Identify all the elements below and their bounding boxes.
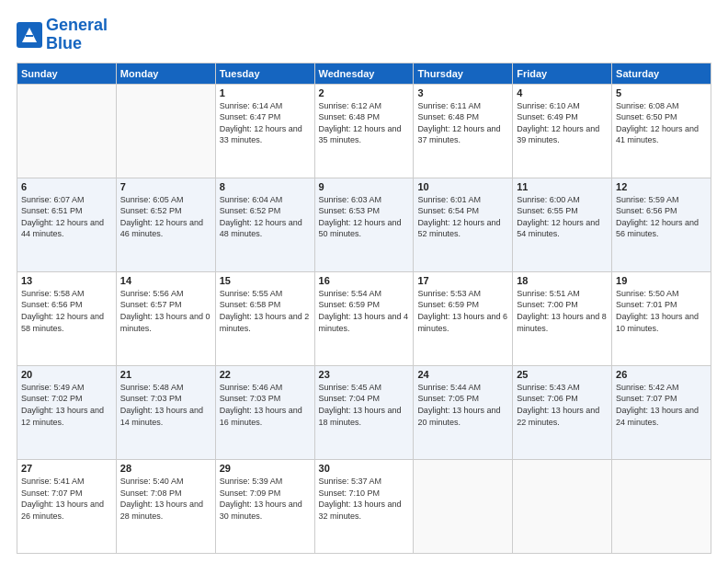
day-cell: 9Sunrise: 6:03 AM Sunset: 6:53 PM Daylig… bbox=[314, 178, 414, 271]
day-number: 5 bbox=[616, 87, 707, 98]
day-number: 7 bbox=[120, 181, 211, 192]
day-number: 30 bbox=[319, 463, 410, 474]
logo-line2: Blue bbox=[46, 35, 108, 53]
col-header-wednesday: Wednesday bbox=[314, 63, 414, 84]
day-number: 3 bbox=[417, 87, 508, 98]
day-cell bbox=[513, 459, 612, 553]
day-info: Sunrise: 5:44 AM Sunset: 7:05 PM Dayligh… bbox=[417, 382, 508, 428]
day-number: 9 bbox=[319, 181, 410, 192]
logo-line1: General bbox=[46, 17, 108, 35]
week-row-1: 1Sunrise: 6:14 AM Sunset: 6:47 PM Daylig… bbox=[17, 84, 711, 178]
day-cell: 11Sunrise: 6:00 AM Sunset: 6:55 PM Dayli… bbox=[513, 178, 612, 271]
day-cell: 27Sunrise: 5:41 AM Sunset: 7:07 PM Dayli… bbox=[17, 459, 117, 553]
day-cell: 1Sunrise: 6:14 AM Sunset: 6:47 PM Daylig… bbox=[215, 84, 314, 178]
day-number: 24 bbox=[417, 369, 508, 380]
day-number: 14 bbox=[120, 275, 211, 286]
header: General Blue bbox=[17, 17, 711, 53]
day-info: Sunrise: 5:39 AM Sunset: 7:09 PM Dayligh… bbox=[220, 476, 311, 522]
day-info: Sunrise: 6:10 AM Sunset: 6:49 PM Dayligh… bbox=[517, 100, 608, 146]
day-info: Sunrise: 6:08 AM Sunset: 6:50 PM Dayligh… bbox=[616, 100, 707, 146]
day-cell: 19Sunrise: 5:50 AM Sunset: 7:01 PM Dayli… bbox=[612, 271, 711, 365]
day-info: Sunrise: 6:11 AM Sunset: 6:48 PM Dayligh… bbox=[417, 100, 508, 146]
col-header-monday: Monday bbox=[116, 63, 215, 84]
svg-rect-2 bbox=[26, 35, 33, 37]
day-number: 16 bbox=[319, 275, 410, 286]
week-row-3: 13Sunrise: 5:58 AM Sunset: 6:56 PM Dayli… bbox=[17, 271, 711, 365]
day-number: 13 bbox=[21, 275, 112, 286]
col-header-tuesday: Tuesday bbox=[215, 63, 314, 84]
day-info: Sunrise: 5:45 AM Sunset: 7:04 PM Dayligh… bbox=[319, 382, 410, 428]
col-header-thursday: Thursday bbox=[414, 63, 513, 84]
day-number: 18 bbox=[517, 275, 608, 286]
col-header-saturday: Saturday bbox=[612, 63, 711, 84]
day-info: Sunrise: 6:03 AM Sunset: 6:53 PM Dayligh… bbox=[319, 194, 410, 240]
day-number: 23 bbox=[319, 369, 410, 380]
day-cell: 2Sunrise: 6:12 AM Sunset: 6:48 PM Daylig… bbox=[314, 84, 414, 178]
day-info: Sunrise: 6:00 AM Sunset: 6:55 PM Dayligh… bbox=[517, 194, 608, 240]
day-number: 12 bbox=[616, 181, 707, 192]
week-row-4: 20Sunrise: 5:49 AM Sunset: 7:02 PM Dayli… bbox=[17, 365, 711, 459]
day-number: 10 bbox=[417, 181, 508, 192]
page: General Blue SundayMondayTuesdayWednesda… bbox=[0, 0, 728, 563]
day-cell: 23Sunrise: 5:45 AM Sunset: 7:04 PM Dayli… bbox=[314, 365, 414, 459]
week-row-5: 27Sunrise: 5:41 AM Sunset: 7:07 PM Dayli… bbox=[17, 459, 711, 553]
day-cell: 25Sunrise: 5:43 AM Sunset: 7:06 PM Dayli… bbox=[513, 365, 612, 459]
day-info: Sunrise: 5:42 AM Sunset: 7:07 PM Dayligh… bbox=[616, 382, 707, 428]
day-info: Sunrise: 6:05 AM Sunset: 6:52 PM Dayligh… bbox=[120, 194, 211, 240]
day-number: 27 bbox=[21, 463, 112, 474]
logo: General Blue bbox=[17, 17, 108, 53]
day-number: 8 bbox=[220, 181, 311, 192]
day-cell: 6Sunrise: 6:07 AM Sunset: 6:51 PM Daylig… bbox=[17, 178, 117, 271]
day-cell: 28Sunrise: 5:40 AM Sunset: 7:08 PM Dayli… bbox=[116, 459, 215, 553]
day-cell: 18Sunrise: 5:51 AM Sunset: 7:00 PM Dayli… bbox=[513, 271, 612, 365]
day-info: Sunrise: 5:41 AM Sunset: 7:07 PM Dayligh… bbox=[21, 476, 112, 522]
day-cell: 22Sunrise: 5:46 AM Sunset: 7:03 PM Dayli… bbox=[215, 365, 314, 459]
day-number: 22 bbox=[220, 369, 311, 380]
day-cell bbox=[17, 84, 117, 178]
day-cell bbox=[612, 459, 711, 553]
day-info: Sunrise: 5:58 AM Sunset: 6:56 PM Dayligh… bbox=[21, 288, 112, 334]
day-info: Sunrise: 5:51 AM Sunset: 7:00 PM Dayligh… bbox=[517, 288, 608, 334]
day-cell: 14Sunrise: 5:56 AM Sunset: 6:57 PM Dayli… bbox=[116, 271, 215, 365]
day-number: 28 bbox=[120, 463, 211, 474]
day-info: Sunrise: 5:43 AM Sunset: 7:06 PM Dayligh… bbox=[517, 382, 608, 428]
day-number: 2 bbox=[319, 87, 410, 98]
day-info: Sunrise: 5:46 AM Sunset: 7:03 PM Dayligh… bbox=[220, 382, 311, 428]
day-info: Sunrise: 5:40 AM Sunset: 7:08 PM Dayligh… bbox=[120, 476, 211, 522]
day-number: 21 bbox=[120, 369, 211, 380]
day-cell: 17Sunrise: 5:53 AM Sunset: 6:59 PM Dayli… bbox=[414, 271, 513, 365]
day-cell: 10Sunrise: 6:01 AM Sunset: 6:54 PM Dayli… bbox=[414, 178, 513, 271]
day-cell: 3Sunrise: 6:11 AM Sunset: 6:48 PM Daylig… bbox=[414, 84, 513, 178]
day-cell: 7Sunrise: 6:05 AM Sunset: 6:52 PM Daylig… bbox=[116, 178, 215, 271]
col-header-friday: Friday bbox=[513, 63, 612, 84]
day-info: Sunrise: 6:12 AM Sunset: 6:48 PM Dayligh… bbox=[319, 100, 410, 146]
day-number: 20 bbox=[21, 369, 112, 380]
day-number: 17 bbox=[417, 275, 508, 286]
day-cell: 21Sunrise: 5:48 AM Sunset: 7:03 PM Dayli… bbox=[116, 365, 215, 459]
day-cell: 12Sunrise: 5:59 AM Sunset: 6:56 PM Dayli… bbox=[612, 178, 711, 271]
day-info: Sunrise: 5:53 AM Sunset: 6:59 PM Dayligh… bbox=[417, 288, 508, 334]
day-info: Sunrise: 5:49 AM Sunset: 7:02 PM Dayligh… bbox=[21, 382, 112, 428]
day-info: Sunrise: 6:14 AM Sunset: 6:47 PM Dayligh… bbox=[220, 100, 311, 146]
day-cell: 30Sunrise: 5:37 AM Sunset: 7:10 PM Dayli… bbox=[314, 459, 414, 553]
day-info: Sunrise: 5:37 AM Sunset: 7:10 PM Dayligh… bbox=[319, 476, 410, 522]
day-cell: 13Sunrise: 5:58 AM Sunset: 6:56 PM Dayli… bbox=[17, 271, 117, 365]
day-number: 25 bbox=[517, 369, 608, 380]
day-number: 6 bbox=[21, 181, 112, 192]
day-cell bbox=[116, 84, 215, 178]
day-cell: 20Sunrise: 5:49 AM Sunset: 7:02 PM Dayli… bbox=[17, 365, 117, 459]
day-number: 29 bbox=[220, 463, 311, 474]
week-row-2: 6Sunrise: 6:07 AM Sunset: 6:51 PM Daylig… bbox=[17, 178, 711, 271]
day-info: Sunrise: 5:50 AM Sunset: 7:01 PM Dayligh… bbox=[616, 288, 707, 334]
day-cell: 5Sunrise: 6:08 AM Sunset: 6:50 PM Daylig… bbox=[612, 84, 711, 178]
calendar-table: SundayMondayTuesdayWednesdayThursdayFrid… bbox=[17, 63, 711, 554]
day-info: Sunrise: 5:54 AM Sunset: 6:59 PM Dayligh… bbox=[319, 288, 410, 334]
day-info: Sunrise: 5:55 AM Sunset: 6:58 PM Dayligh… bbox=[220, 288, 311, 334]
day-cell: 4Sunrise: 6:10 AM Sunset: 6:49 PM Daylig… bbox=[513, 84, 612, 178]
day-cell: 24Sunrise: 5:44 AM Sunset: 7:05 PM Dayli… bbox=[414, 365, 513, 459]
day-info: Sunrise: 6:01 AM Sunset: 6:54 PM Dayligh… bbox=[417, 194, 508, 240]
day-cell: 8Sunrise: 6:04 AM Sunset: 6:52 PM Daylig… bbox=[215, 178, 314, 271]
day-cell: 15Sunrise: 5:55 AM Sunset: 6:58 PM Dayli… bbox=[215, 271, 314, 365]
day-info: Sunrise: 6:07 AM Sunset: 6:51 PM Dayligh… bbox=[21, 194, 112, 240]
day-cell: 16Sunrise: 5:54 AM Sunset: 6:59 PM Dayli… bbox=[314, 271, 414, 365]
